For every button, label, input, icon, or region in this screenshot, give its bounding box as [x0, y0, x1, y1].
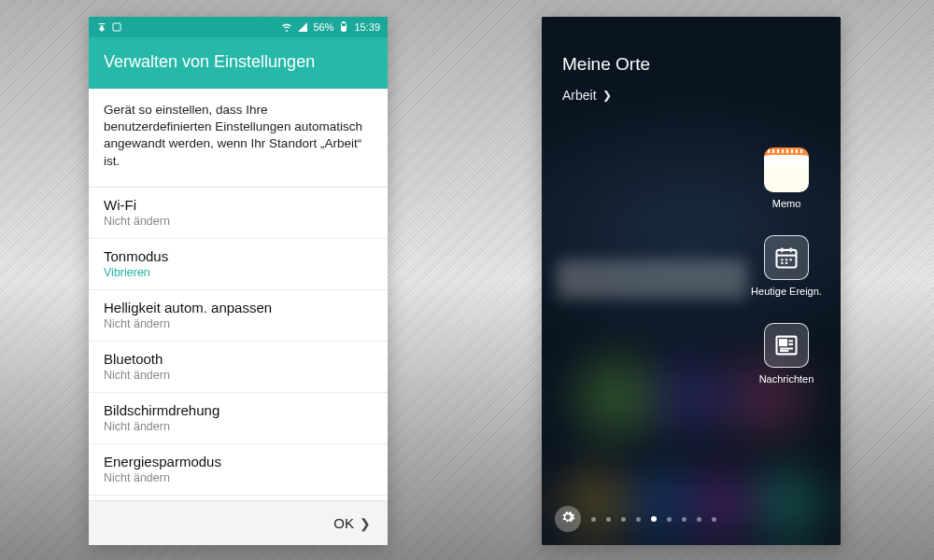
ok-button[interactable]: OK ❯: [89, 500, 388, 545]
place-label: Arbeit: [562, 88, 597, 103]
screenshot-icon: [111, 21, 122, 33]
setting-value: Vibrieren: [104, 266, 373, 279]
battery-text: 56%: [313, 21, 333, 33]
svg-rect-2: [343, 27, 346, 31]
setting-row[interactable]: Wi-FiNicht ändern: [89, 188, 388, 239]
page-dot[interactable]: [636, 517, 641, 522]
calendar-icon: [764, 235, 809, 280]
memo-icon: [764, 147, 809, 192]
setting-value: Nicht ändern: [104, 215, 373, 228]
ok-label: OK: [333, 515, 354, 531]
setting-value: Nicht ändern: [104, 317, 373, 330]
svg-rect-0: [113, 23, 120, 31]
setting-row[interactable]: TonmodusVibrieren: [89, 239, 388, 290]
news-icon: [764, 323, 809, 368]
page-indicator: [542, 506, 841, 532]
search-bar-blurred: [557, 259, 747, 299]
svg-rect-3: [343, 22, 345, 23]
settings-gear-button[interactable]: [555, 506, 581, 532]
page-dot[interactable]: [697, 517, 701, 522]
setting-row[interactable]: BluetoothNicht ändern: [89, 342, 388, 393]
settings-screen: 56% 15:39 Verwalten von Einstellungen Ge…: [89, 17, 388, 545]
home-edge-screen: Meine Orte Arbeit ❯ MemoHeutige Ereign.N…: [542, 17, 841, 545]
launcher-label: Nachrichten: [759, 373, 814, 385]
launcher-label: Memo: [772, 198, 801, 209]
setting-label: Tonmodus: [104, 248, 373, 264]
signal-icon: [297, 21, 308, 33]
page-dot[interactable]: [712, 517, 716, 522]
page-dot[interactable]: [591, 517, 596, 522]
places-title: Meine Orte: [562, 54, 820, 75]
setting-label: Helligkeit autom. anpassen: [104, 300, 373, 315]
status-bar: 56% 15:39: [89, 17, 388, 37]
setting-label: Energiesparmodus: [104, 454, 373, 469]
setting-value: Nicht ändern: [104, 471, 373, 484]
svg-rect-14: [780, 340, 786, 345]
setting-row[interactable]: Helligkeit autom. anpassenNicht ändern: [89, 290, 388, 342]
place-selector[interactable]: Arbeit ❯: [562, 88, 820, 103]
gear-icon: [560, 510, 575, 528]
setting-row[interactable]: BildschirmdrehungNicht ändern: [89, 393, 388, 444]
launcher-item[interactable]: Nachrichten: [749, 323, 824, 385]
setting-value: Nicht ändern: [104, 369, 373, 382]
setting-label: Bluetooth: [104, 351, 373, 367]
page-description: Gerät so einstellen, dass Ihre benutzerd…: [89, 89, 388, 188]
launcher-label: Heutige Ereign.: [751, 286, 822, 297]
clock-text: 15:39: [354, 21, 380, 33]
page-dot[interactable]: [651, 516, 657, 522]
setting-value: Nicht ändern: [104, 420, 373, 433]
chevron-right-icon: ❯: [360, 516, 371, 531]
settings-list: Wi-FiNicht ändernTonmodusVibrierenHellig…: [89, 188, 388, 500]
download-icon: [96, 21, 107, 33]
setting-label: Bildschirmdrehung: [104, 402, 373, 418]
launcher-item[interactable]: Memo: [749, 147, 824, 209]
page-dot[interactable]: [621, 517, 626, 522]
setting-row[interactable]: EnergiesparmodusNicht ändern: [89, 444, 388, 496]
battery-icon: [338, 21, 349, 33]
svg-rect-4: [777, 250, 797, 268]
launcher-item[interactable]: Heutige Ereign.: [749, 235, 824, 297]
chevron-right-icon: ❯: [602, 89, 612, 102]
page-dot[interactable]: [606, 517, 611, 522]
shortcut-column: MemoHeutige Ereign.Nachrichten: [749, 147, 824, 385]
wifi-icon: [281, 21, 292, 33]
page-dot[interactable]: [682, 517, 686, 522]
setting-label: Wi-Fi: [104, 197, 373, 213]
page-dot[interactable]: [667, 517, 672, 522]
page-title: Verwalten von Einstellungen: [89, 37, 388, 89]
